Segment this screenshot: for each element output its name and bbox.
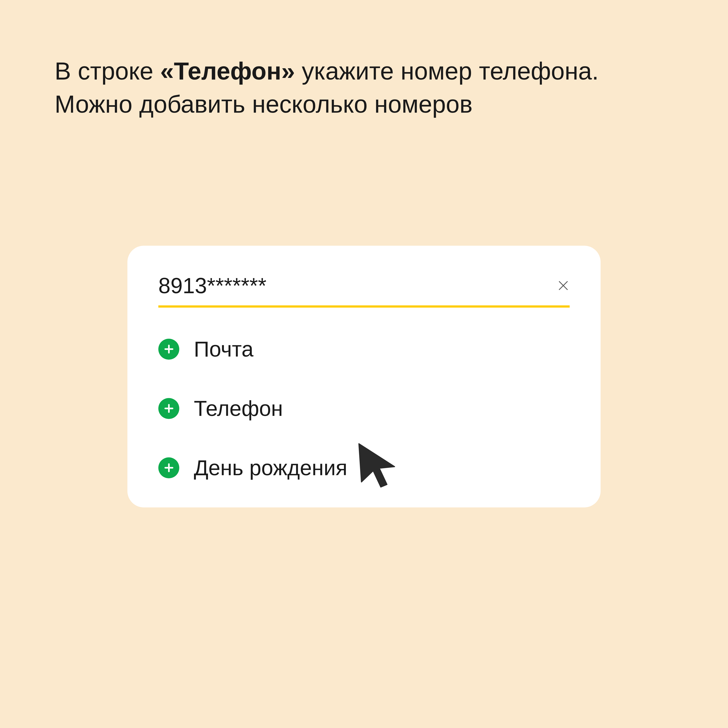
cursor-icon <box>351 439 402 489</box>
add-email-option[interactable]: Почта <box>158 337 570 361</box>
plus-icon <box>158 339 179 359</box>
instruction-prefix: В строке <box>55 57 160 85</box>
phone-input[interactable]: 8913******* <box>158 273 266 298</box>
option-label-phone: Телефон <box>194 396 283 421</box>
option-label-birthday: День рождения <box>194 455 347 480</box>
clear-icon[interactable] <box>557 279 570 292</box>
instruction-text: В строке «Телефон» укажите номер телефон… <box>55 55 673 121</box>
option-label-email: Почта <box>194 337 254 361</box>
plus-icon <box>158 398 179 419</box>
phone-input-row: 8913******* <box>158 273 570 307</box>
instruction-bold: «Телефон» <box>160 57 295 85</box>
add-phone-option[interactable]: Телефон <box>158 396 570 421</box>
plus-icon <box>158 457 179 478</box>
